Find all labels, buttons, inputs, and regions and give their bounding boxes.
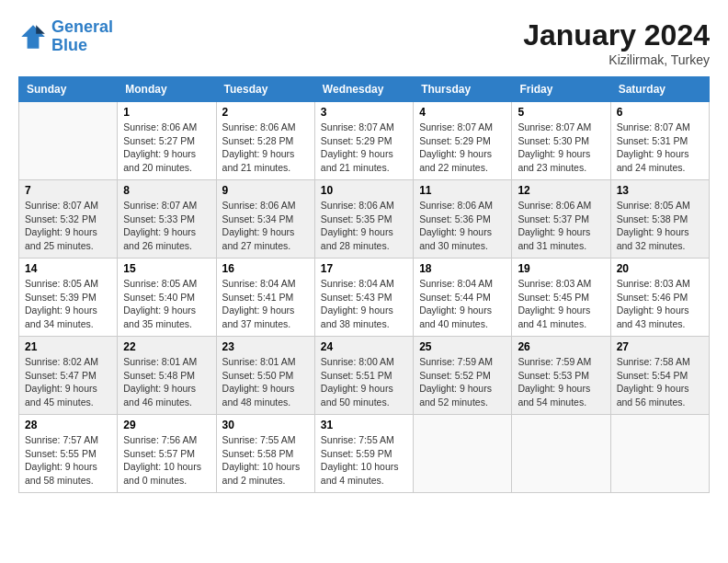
logo: General Blue xyxy=(18,18,113,55)
day-info: Sunrise: 8:06 AMSunset: 5:37 PMDaylight:… xyxy=(518,199,604,253)
calendar-cell: 16Sunrise: 8:04 AMSunset: 5:41 PMDayligh… xyxy=(216,259,314,337)
calendar-cell: 30Sunrise: 7:55 AMSunset: 5:58 PMDayligh… xyxy=(216,415,314,493)
day-number: 3 xyxy=(321,106,407,119)
calendar-cell: 11Sunrise: 8:06 AMSunset: 5:36 PMDayligh… xyxy=(414,180,512,259)
calendar-cell: 25Sunrise: 7:59 AMSunset: 5:52 PMDayligh… xyxy=(414,337,512,415)
day-info: Sunrise: 8:05 AMSunset: 5:38 PMDaylight:… xyxy=(617,199,703,253)
day-number: 6 xyxy=(617,106,703,119)
day-of-week-header: Thursday xyxy=(414,77,512,102)
day-info: Sunrise: 8:06 AMSunset: 5:28 PMDaylight:… xyxy=(222,121,309,175)
day-info: Sunrise: 8:06 AMSunset: 5:35 PMDaylight:… xyxy=(321,199,407,253)
calendar-cell: 7Sunrise: 8:07 AMSunset: 5:32 PMDaylight… xyxy=(19,180,118,259)
day-number: 4 xyxy=(419,106,506,119)
day-number: 10 xyxy=(321,184,407,197)
svg-marker-0 xyxy=(21,25,45,49)
day-number: 15 xyxy=(123,262,210,275)
day-info: Sunrise: 8:04 AMSunset: 5:43 PMDaylight:… xyxy=(321,277,407,331)
day-info: Sunrise: 8:07 AMSunset: 5:31 PMDaylight:… xyxy=(617,121,703,175)
day-info: Sunrise: 7:56 AMSunset: 5:57 PMDaylight:… xyxy=(123,433,210,488)
calendar-cell xyxy=(610,415,709,493)
calendar-cell: 19Sunrise: 8:03 AMSunset: 5:45 PMDayligh… xyxy=(512,259,610,337)
day-info: Sunrise: 8:02 AMSunset: 5:47 PMDaylight:… xyxy=(25,355,111,409)
day-number: 11 xyxy=(419,184,506,197)
day-info: Sunrise: 8:06 AMSunset: 5:36 PMDaylight:… xyxy=(419,199,506,253)
svg-marker-1 xyxy=(36,25,45,34)
day-number: 12 xyxy=(518,184,604,197)
day-info: Sunrise: 8:07 AMSunset: 5:32 PMDaylight:… xyxy=(25,199,111,253)
calendar-cell xyxy=(414,415,512,493)
calendar-cell xyxy=(19,102,118,180)
day-info: Sunrise: 8:01 AMSunset: 5:50 PMDaylight:… xyxy=(222,355,309,409)
calendar-cell xyxy=(512,415,610,493)
day-number: 16 xyxy=(222,262,309,275)
day-of-week-header: Sunday xyxy=(19,77,118,102)
calendar-cell: 6Sunrise: 8:07 AMSunset: 5:31 PMDaylight… xyxy=(610,102,709,180)
day-of-week-header: Saturday xyxy=(610,77,709,102)
calendar-cell: 27Sunrise: 7:58 AMSunset: 5:54 PMDayligh… xyxy=(610,337,709,415)
calendar-cell: 31Sunrise: 7:55 AMSunset: 5:59 PMDayligh… xyxy=(314,415,413,493)
day-number: 26 xyxy=(518,340,604,353)
day-of-week-header: Tuesday xyxy=(216,77,314,102)
calendar-cell: 13Sunrise: 8:05 AMSunset: 5:38 PMDayligh… xyxy=(610,180,709,259)
calendar-cell: 26Sunrise: 7:59 AMSunset: 5:53 PMDayligh… xyxy=(512,337,610,415)
page-header: General Blue January 2024 Kizilirmak, Tu… xyxy=(18,18,710,67)
calendar-cell: 2Sunrise: 8:06 AMSunset: 5:28 PMDaylight… xyxy=(216,102,314,180)
day-number: 13 xyxy=(617,184,703,197)
day-number: 20 xyxy=(617,262,703,275)
day-number: 28 xyxy=(25,419,111,431)
day-info: Sunrise: 7:59 AMSunset: 5:52 PMDaylight:… xyxy=(419,355,506,409)
calendar-table: SundayMondayTuesdayWednesdayThursdayFrid… xyxy=(18,76,710,493)
calendar-cell: 12Sunrise: 8:06 AMSunset: 5:37 PMDayligh… xyxy=(512,180,610,259)
day-number: 27 xyxy=(617,340,703,353)
day-info: Sunrise: 8:07 AMSunset: 5:30 PMDaylight:… xyxy=(518,121,604,175)
location-subtitle: Kizilirmak, Turkey xyxy=(523,52,710,67)
day-info: Sunrise: 8:03 AMSunset: 5:46 PMDaylight:… xyxy=(617,277,703,331)
calendar-cell: 21Sunrise: 8:02 AMSunset: 5:47 PMDayligh… xyxy=(19,337,118,415)
day-of-week-header: Monday xyxy=(118,77,216,102)
calendar-cell: 1Sunrise: 8:06 AMSunset: 5:27 PMDaylight… xyxy=(118,102,216,180)
calendar-cell: 18Sunrise: 8:04 AMSunset: 5:44 PMDayligh… xyxy=(414,259,512,337)
day-number: 7 xyxy=(25,184,111,197)
day-number: 21 xyxy=(25,340,111,353)
calendar-cell: 4Sunrise: 8:07 AMSunset: 5:29 PMDaylight… xyxy=(414,102,512,180)
day-number: 2 xyxy=(222,106,309,119)
calendar-cell: 17Sunrise: 8:04 AMSunset: 5:43 PMDayligh… xyxy=(314,259,413,337)
day-info: Sunrise: 7:55 AMSunset: 5:59 PMDaylight:… xyxy=(321,433,407,488)
day-number: 19 xyxy=(518,262,604,275)
title-area: January 2024 Kizilirmak, Turkey xyxy=(523,18,710,67)
day-number: 18 xyxy=(419,262,506,275)
day-number: 24 xyxy=(321,340,407,353)
day-info: Sunrise: 7:55 AMSunset: 5:58 PMDaylight:… xyxy=(222,433,309,488)
calendar-cell: 5Sunrise: 8:07 AMSunset: 5:30 PMDaylight… xyxy=(512,102,610,180)
day-number: 23 xyxy=(222,340,309,353)
calendar-cell: 8Sunrise: 8:07 AMSunset: 5:33 PMDaylight… xyxy=(118,180,216,259)
calendar-cell: 20Sunrise: 8:03 AMSunset: 5:46 PMDayligh… xyxy=(610,259,709,337)
day-info: Sunrise: 7:58 AMSunset: 5:54 PMDaylight:… xyxy=(617,355,703,409)
day-info: Sunrise: 8:03 AMSunset: 5:45 PMDaylight:… xyxy=(518,277,604,331)
day-number: 25 xyxy=(419,340,506,353)
calendar-cell: 14Sunrise: 8:05 AMSunset: 5:39 PMDayligh… xyxy=(19,259,118,337)
day-number: 17 xyxy=(321,262,407,275)
day-info: Sunrise: 8:04 AMSunset: 5:41 PMDaylight:… xyxy=(222,277,309,331)
day-info: Sunrise: 8:00 AMSunset: 5:51 PMDaylight:… xyxy=(321,355,407,409)
day-number: 1 xyxy=(123,106,210,119)
day-info: Sunrise: 8:07 AMSunset: 5:29 PMDaylight:… xyxy=(321,121,407,175)
day-of-week-header: Wednesday xyxy=(314,77,413,102)
day-info: Sunrise: 8:05 AMSunset: 5:39 PMDaylight:… xyxy=(25,277,111,331)
day-number: 9 xyxy=(222,184,309,197)
calendar-cell: 22Sunrise: 8:01 AMSunset: 5:48 PMDayligh… xyxy=(118,337,216,415)
day-number: 5 xyxy=(518,106,604,119)
calendar-cell: 29Sunrise: 7:56 AMSunset: 5:57 PMDayligh… xyxy=(118,415,216,493)
logo-text: General Blue xyxy=(51,18,113,55)
day-info: Sunrise: 8:07 AMSunset: 5:29 PMDaylight:… xyxy=(419,121,506,175)
month-title: January 2024 xyxy=(523,18,710,52)
day-of-week-header: Friday xyxy=(512,77,610,102)
logo-icon xyxy=(18,22,48,52)
day-number: 14 xyxy=(25,262,111,275)
calendar-cell: 10Sunrise: 8:06 AMSunset: 5:35 PMDayligh… xyxy=(314,180,413,259)
day-number: 31 xyxy=(321,419,407,431)
day-info: Sunrise: 8:01 AMSunset: 5:48 PMDaylight:… xyxy=(123,355,210,409)
day-info: Sunrise: 8:06 AMSunset: 5:27 PMDaylight:… xyxy=(123,121,210,175)
calendar-cell: 15Sunrise: 8:05 AMSunset: 5:40 PMDayligh… xyxy=(118,259,216,337)
day-info: Sunrise: 8:05 AMSunset: 5:40 PMDaylight:… xyxy=(123,277,210,331)
